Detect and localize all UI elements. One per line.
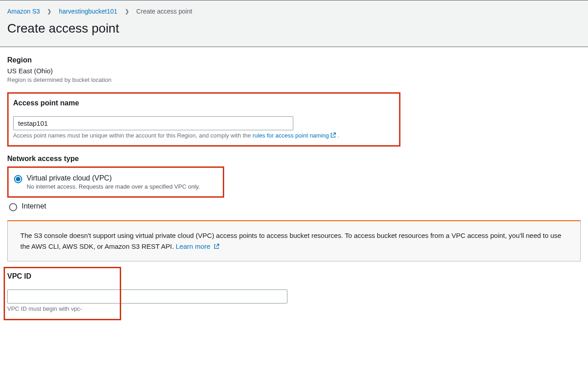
breadcrumb: Amazon S3 ❯ harvestingbucket101 ❯ Create… [7, 8, 581, 15]
page-title: Create access point [7, 21, 581, 36]
region-label: Region [7, 56, 581, 64]
radio-internet-row[interactable]: Internet [7, 199, 581, 214]
vpc-id-label: VPC ID [7, 272, 296, 280]
access-point-name-label: Access point name [13, 99, 395, 107]
region-section: Region US East (Ohio) Region is determin… [7, 56, 581, 83]
vpc-warning-alert: The S3 console doesn't support using vir… [7, 220, 581, 261]
vpc-option-highlight: Virtual private cloud (VPC) No internet … [7, 166, 224, 198]
region-helper: Region is determined by bucket location [7, 76, 581, 83]
radio-vpc-label: Virtual private cloud (VPC) [27, 174, 200, 182]
vpc-id-input[interactable] [7, 289, 287, 304]
radio-internet-label: Internet [22, 202, 46, 210]
radio-vpc-row[interactable]: Virtual private cloud (VPC) No internet … [12, 171, 219, 193]
vpc-id-helper: VPC ID must begin with vpc- [7, 305, 296, 312]
breadcrumb-root-link[interactable]: Amazon S3 [7, 8, 40, 15]
radio-vpc[interactable] [14, 175, 22, 183]
region-value: US East (Ohio) [7, 67, 581, 75]
rules-naming-link[interactable]: rules for access point naming [253, 132, 336, 139]
access-point-name-helper: Access point names must be unique within… [13, 132, 395, 139]
access-point-name-helper-text: Access point names must be unique within… [13, 132, 253, 139]
access-point-name-section: Access point name Access point names mus… [7, 92, 400, 147]
breadcrumb-bucket-link[interactable]: harvestingbucket101 [59, 8, 117, 15]
radio-vpc-sublabel: No internet access. Requests are made ov… [27, 183, 200, 190]
chevron-right-icon: ❯ [125, 8, 129, 14]
chevron-right-icon: ❯ [47, 8, 52, 14]
learn-more-link[interactable]: Learn more [176, 242, 220, 250]
radio-internet[interactable] [9, 203, 17, 211]
network-access-type-label: Network access type [7, 155, 581, 163]
access-point-name-input[interactable] [13, 116, 293, 130]
breadcrumb-current: Create access point [136, 8, 193, 15]
external-link-icon [330, 132, 336, 138]
alert-text: The S3 console doesn't support using vir… [20, 232, 561, 250]
external-link-icon [213, 242, 220, 248]
